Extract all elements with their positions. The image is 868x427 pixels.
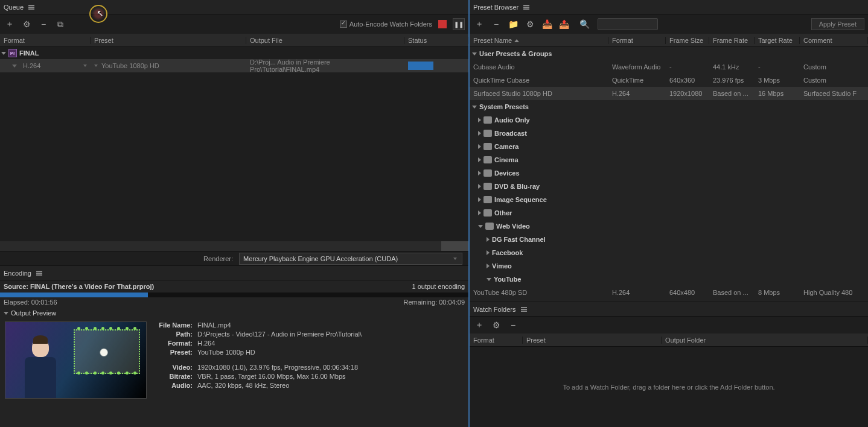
new-group-button[interactable]: 📁 [507, 18, 519, 30]
pb-col-format[interactable]: Format [608, 37, 666, 44]
expand-icon[interactable] [472, 106, 477, 109]
add-source-button[interactable]: ＋ [4, 18, 16, 30]
import-preset-button[interactable]: 📥 [541, 18, 553, 30]
user-presets-group[interactable]: User Presets & Groups [470, 47, 868, 60]
subcategory-label: DG Fast Channel [492, 236, 546, 243]
settings-button[interactable]: ⚙ [21, 18, 33, 30]
preset-framerate: 23.976 fps [709, 77, 755, 84]
subcategory-row[interactable]: YouTube [470, 273, 868, 286]
category-row[interactable]: DVD & Blu-ray [470, 180, 868, 193]
search-icon: 🔍 [578, 18, 590, 30]
preset-row[interactable]: QuickTime CubaseQuickTime640x36023.976 f… [470, 74, 868, 87]
subcategory-row[interactable]: Facebook [470, 246, 868, 259]
expand-icon[interactable] [478, 210, 481, 215]
remove-watch-folder-button[interactable]: − [507, 319, 519, 331]
preset-settings-button[interactable]: ⚙ [524, 18, 536, 30]
expand-icon[interactable] [478, 118, 481, 122]
category-row[interactable]: Image Sequence [470, 193, 868, 206]
meta-filename: FINAL.mp4 [197, 321, 231, 329]
col-format[interactable]: Format [0, 37, 91, 44]
watch-folders-menu-icon[interactable] [521, 306, 527, 312]
category-icon [483, 183, 492, 190]
expand-icon[interactable] [487, 250, 490, 255]
category-row[interactable]: Other [470, 206, 868, 220]
expand-icon[interactable] [487, 237, 490, 242]
queue-scrollbar[interactable] [0, 241, 468, 251]
expand-icon[interactable] [1, 52, 6, 55]
preset-comment: High Quality 480 [800, 289, 868, 296]
format-dropdown-icon[interactable] [12, 65, 17, 68]
category-row[interactable]: Web Video [470, 220, 868, 233]
expand-icon[interactable] [478, 157, 481, 162]
col-output[interactable]: Output File [246, 37, 404, 44]
watch-table-header: Format Preset Output Folder [470, 334, 868, 347]
export-preset-button[interactable]: 📤 [558, 18, 570, 30]
expand-icon[interactable] [478, 171, 481, 176]
watch-settings-button[interactable]: ⚙ [490, 319, 502, 331]
expand-icon[interactable] [478, 184, 481, 189]
sort-asc-icon [514, 39, 519, 42]
renderer-label: Renderer: [203, 255, 233, 262]
pb-col-targetrate[interactable]: Target Rate [755, 37, 800, 44]
wf-col-preset[interactable]: Preset [523, 337, 662, 344]
preset-row[interactable]: YouTube 480p SDH.264640x480Based on ...8… [470, 286, 868, 299]
preset-row[interactable]: Surfaced Studio 1080p HDH.2641920x1080Ba… [470, 87, 868, 100]
pb-col-framerate[interactable]: Frame Rate [709, 37, 755, 44]
auto-encode-checkbox[interactable] [340, 21, 347, 28]
preset-format: H.264 [608, 289, 666, 296]
pb-col-name[interactable]: Preset Name [470, 37, 608, 44]
expand-icon[interactable] [478, 197, 481, 202]
expand-icon[interactable] [478, 144, 481, 149]
preset-row[interactable]: Cubase AudioWaveform Audio-44.1 kHz-Cust… [470, 60, 868, 74]
delete-preset-button[interactable]: − [490, 18, 502, 30]
queue-item-row[interactable]: H.264 YouTube 1080p HD D:\Proj... Audio … [0, 59, 468, 72]
queue-menu-icon[interactable] [28, 4, 34, 10]
pb-col-framesize[interactable]: Frame Size [666, 37, 709, 44]
category-icon [483, 143, 492, 150]
watch-folders-header: Watch Folders [470, 302, 868, 317]
category-label: DVD & Blu-ray [494, 183, 540, 190]
add-watch-folder-button[interactable]: ＋ [473, 319, 485, 331]
category-row[interactable]: Audio Only [470, 113, 868, 127]
wf-col-format[interactable]: Format [470, 337, 523, 344]
subcategory-row[interactable]: DG Fast Channel [470, 233, 868, 246]
output-preview-header[interactable]: Output Preview [0, 307, 468, 319]
elapsed-label: Elapsed: 00:01:56 [4, 299, 57, 306]
stop-button[interactable] [438, 20, 447, 28]
category-label: Audio Only [494, 116, 530, 124]
format-select-icon[interactable] [83, 65, 87, 67]
category-icon [483, 156, 492, 163]
category-row[interactable]: Camera [470, 140, 868, 153]
subcategory-label: YouTube [494, 276, 521, 283]
encoding-menu-icon[interactable] [36, 270, 42, 276]
category-row[interactable]: Broadcast [470, 127, 868, 140]
col-preset[interactable]: Preset [91, 37, 246, 44]
category-row[interactable]: Cinema [470, 153, 868, 166]
preset-select-icon[interactable] [94, 65, 98, 67]
subcategory-row[interactable]: Vimeo [470, 259, 868, 273]
pause-button[interactable]: ❚❚ [453, 18, 465, 30]
queue-group-row[interactable]: Pr FINAL [0, 47, 468, 59]
search-input[interactable] [598, 18, 658, 30]
expand-icon[interactable] [478, 225, 483, 228]
expand-icon[interactable] [478, 131, 481, 136]
duplicate-button[interactable]: ⧉ [54, 18, 66, 30]
remove-button[interactable]: − [37, 18, 49, 30]
wf-col-output[interactable]: Output Folder [662, 337, 868, 344]
system-presets-group[interactable]: System Presets [470, 100, 868, 113]
preset-browser-menu-icon[interactable] [523, 4, 529, 10]
renderer-value: Mercury Playback Engine GPU Acceleration… [243, 255, 398, 262]
apply-preset-button[interactable]: Apply Preset [811, 18, 864, 30]
pb-col-comment[interactable]: Comment [800, 37, 868, 44]
expand-icon[interactable] [487, 264, 490, 268]
expand-icon[interactable] [472, 52, 477, 55]
queue-item-output[interactable]: D:\Proj... Audio in Premiere Pro\Tutoria… [250, 59, 401, 73]
col-status[interactable]: Status [404, 37, 468, 44]
category-row[interactable]: Devices [470, 166, 868, 180]
preview-expand-icon[interactable] [4, 312, 8, 315]
category-label: Camera [494, 143, 519, 150]
meta-format: H.264 [197, 340, 215, 347]
new-preset-button[interactable]: ＋ [473, 18, 485, 30]
renderer-dropdown[interactable]: Mercury Playback Engine GPU Acceleration… [239, 253, 462, 265]
expand-icon[interactable] [487, 278, 491, 281]
